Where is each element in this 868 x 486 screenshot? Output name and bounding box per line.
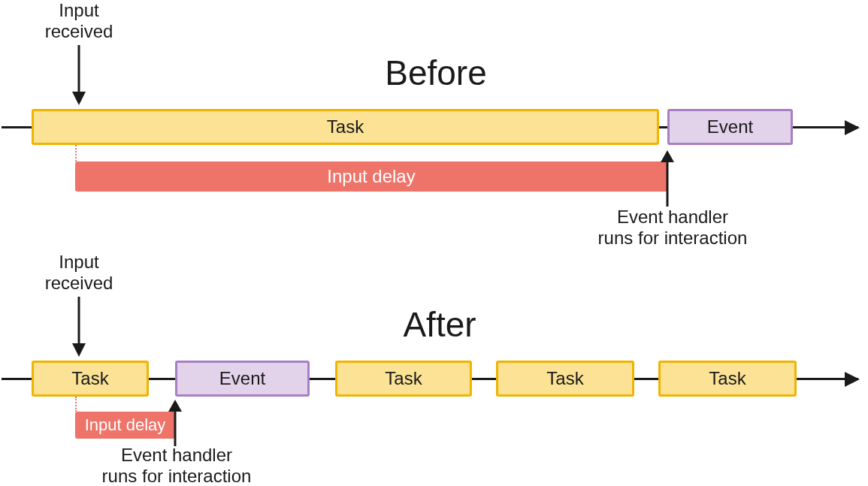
svg-marker-7	[168, 400, 182, 412]
after-event-handler-arrow	[171, 400, 186, 446]
after-title: After	[364, 304, 515, 345]
before-dotted-connector	[75, 145, 77, 161]
after-task-box-1: Task	[32, 361, 149, 397]
before-input-received-label: Input received	[34, 0, 124, 41]
before-event-box: Event	[667, 109, 793, 145]
svg-marker-5	[72, 343, 86, 357]
after-input-arrow	[75, 297, 90, 357]
after-task-box-3: Task	[496, 361, 634, 397]
after-event-handler-label: Event handler runs for interaction	[86, 445, 267, 486]
after-event-box: Event	[175, 361, 310, 397]
after-input-delay-box: Input delay	[75, 412, 175, 439]
after-task-box-2: Task	[335, 361, 472, 397]
after-input-received-label: Input received	[34, 252, 124, 293]
before-event-handler-label: Event handler runs for interaction	[582, 207, 763, 248]
before-input-delay-box: Input delay	[75, 161, 667, 192]
before-title: Before	[346, 53, 526, 93]
after-task-box-4: Task	[658, 361, 797, 397]
diagram-stage: Before Input received Task Event Input d…	[0, 0, 868, 486]
before-task-box: Task	[32, 109, 659, 145]
before-input-arrow	[75, 45, 90, 105]
svg-marker-1	[72, 92, 86, 105]
timeline-arrowhead-icon	[845, 120, 860, 135]
svg-marker-3	[661, 150, 674, 162]
before-event-handler-arrow	[663, 150, 678, 207]
timeline-arrowhead-icon	[845, 372, 860, 387]
after-dotted-connector	[75, 397, 77, 412]
